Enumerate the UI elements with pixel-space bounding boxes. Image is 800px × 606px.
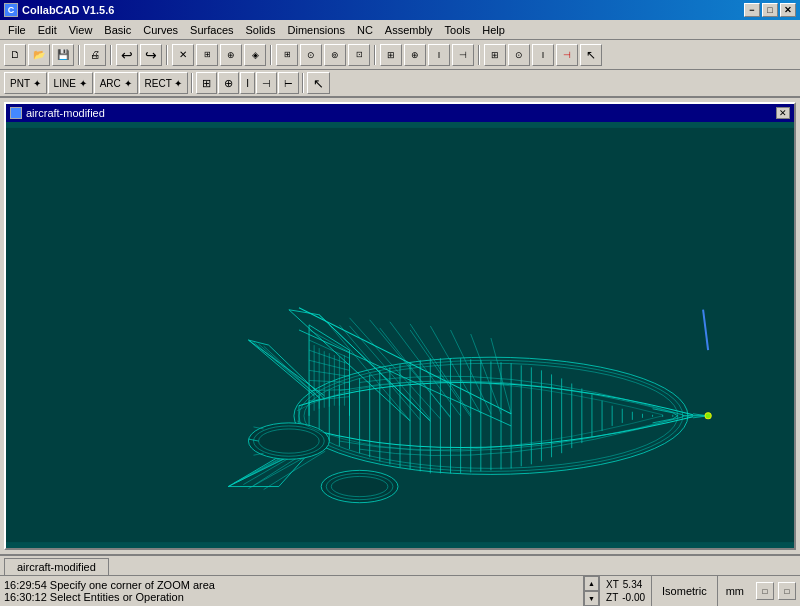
ref2-button[interactable]: ⊣ <box>256 72 277 94</box>
canvas-area[interactable] <box>6 122 794 548</box>
xt-value: 5.34 <box>623 578 642 591</box>
menu-item-help[interactable]: Help <box>476 22 511 38</box>
mdi-icon <box>10 107 22 119</box>
open-button[interactable]: 📂 <box>28 44 50 66</box>
toolbar-separator-2 <box>110 45 112 65</box>
tb-btn-2[interactable]: ⊕ <box>220 44 242 66</box>
menu-item-edit[interactable]: Edit <box>32 22 63 38</box>
status-bar: aircraft-modified 16:29:54 Specify one c… <box>0 554 800 606</box>
title-bar-left: C CollabCAD V1.5.6 <box>4 3 114 17</box>
tb-btn-4[interactable]: ⊞ <box>276 44 298 66</box>
wireframe-viewport <box>6 122 794 548</box>
status-btn-2[interactable]: □ <box>778 582 796 600</box>
pnt-button[interactable]: PNT ✦ <box>4 72 47 94</box>
menu-item-nc[interactable]: NC <box>351 22 379 38</box>
app-icon: C <box>4 3 18 17</box>
menu-item-assembly[interactable]: Assembly <box>379 22 439 38</box>
svg-point-87 <box>705 413 711 419</box>
scroll-down-button[interactable]: ▼ <box>584 591 599 606</box>
status-message-2: 16:30:12 Select Entities or Operation <box>4 591 579 603</box>
toolbar: 🗋 📂 💾 🖨 ↩ ↪ ✕ ⊞ ⊕ ◈ ⊞ ⊙ ⊚ ⊡ ⊞ ⊕ I ⊣ ⊞ ⊙ … <box>0 40 800 70</box>
print-button[interactable]: 🖨 <box>84 44 106 66</box>
arc-button[interactable]: ARC ✦ <box>94 72 138 94</box>
status-coords: XT 5.34 ZT -0.00 <box>600 576 652 606</box>
status-extra: □ □ <box>752 576 800 606</box>
toolbar-separator-4 <box>270 45 272 65</box>
mdi-close-button[interactable]: ✕ <box>776 107 790 119</box>
menu-item-curves[interactable]: Curves <box>137 22 184 38</box>
unit-display: mm <box>718 576 752 606</box>
tb-btn-15[interactable]: ⊣ <box>556 44 578 66</box>
cursor-button[interactable]: ↖ <box>580 44 602 66</box>
ref3-button[interactable]: ⊢ <box>278 72 299 94</box>
menu-item-basic[interactable]: Basic <box>98 22 137 38</box>
tb-btn-8[interactable]: ⊞ <box>380 44 402 66</box>
tb-btn-11[interactable]: ⊣ <box>452 44 474 66</box>
tb-btn-5[interactable]: ⊙ <box>300 44 322 66</box>
status-tab-row: aircraft-modified <box>0 556 800 575</box>
tb-btn-6[interactable]: ⊚ <box>324 44 346 66</box>
grid-button[interactable]: ⊞ <box>196 72 217 94</box>
view-mode-display: Isometric <box>652 576 718 606</box>
coord-display: XT 5.34 ZT -0.00 <box>606 578 645 604</box>
main-area: aircraft-modified ✕ <box>0 98 800 554</box>
maximize-button[interactable]: □ <box>762 3 778 17</box>
scroll-up-button[interactable]: ▲ <box>584 576 599 591</box>
mdi-window: aircraft-modified ✕ <box>4 102 796 550</box>
menu-item-view[interactable]: View <box>63 22 99 38</box>
menu-item-dimensions[interactable]: Dimensions <box>282 22 351 38</box>
toolbar2-sep-2 <box>302 73 304 93</box>
snap-button[interactable]: ⊕ <box>218 72 239 94</box>
tb-btn-1[interactable]: ⊞ <box>196 44 218 66</box>
delete-button[interactable]: ✕ <box>172 44 194 66</box>
close-button[interactable]: ✕ <box>780 3 796 17</box>
toolbar2-sep-1 <box>191 73 193 93</box>
line-button[interactable]: LINE ✦ <box>48 72 93 94</box>
toolbar-separator-3 <box>166 45 168 65</box>
save-button[interactable]: 💾 <box>52 44 74 66</box>
undo-button[interactable]: ↩ <box>116 44 138 66</box>
menu-bar: FileEditViewBasicCurvesSurfacesSolidsDim… <box>0 20 800 40</box>
mdi-title-bar: aircraft-modified ✕ <box>6 104 794 122</box>
status-scroll: ▲ ▼ <box>584 576 600 606</box>
view-mode-label: Isometric <box>662 585 707 597</box>
redo-button[interactable]: ↪ <box>140 44 162 66</box>
title-controls[interactable]: − □ ✕ <box>744 3 796 17</box>
tb-btn-9[interactable]: ⊕ <box>404 44 426 66</box>
tb-btn-10[interactable]: I <box>428 44 450 66</box>
toolbar2: PNT ✦ LINE ✦ ARC ✦ RECT ✦ ⊞ ⊕ I ⊣ ⊢ ↖ <box>0 70 800 98</box>
tb-btn-13[interactable]: ⊙ <box>508 44 530 66</box>
tb-btn-14[interactable]: I <box>532 44 554 66</box>
cursor2-button[interactable]: ↖ <box>307 72 330 94</box>
title-bar: C CollabCAD V1.5.6 − □ ✕ <box>0 0 800 20</box>
mdi-title-left: aircraft-modified <box>10 107 105 119</box>
status-message-1: 16:29:54 Specify one corner of ZOOM area <box>4 579 579 591</box>
rect-button[interactable]: RECT ✦ <box>139 72 189 94</box>
toolbar-separator-5 <box>374 45 376 65</box>
xt-label: XT <box>606 578 619 591</box>
status-tab[interactable]: aircraft-modified <box>4 558 109 575</box>
status-info-row: 16:29:54 Specify one corner of ZOOM area… <box>0 575 800 606</box>
menu-item-solids[interactable]: Solids <box>240 22 282 38</box>
new-button[interactable]: 🗋 <box>4 44 26 66</box>
menu-item-tools[interactable]: Tools <box>439 22 477 38</box>
status-messages: 16:29:54 Specify one corner of ZOOM area… <box>0 576 584 606</box>
toolbar-separator-6 <box>478 45 480 65</box>
mdi-title-text: aircraft-modified <box>26 107 105 119</box>
ref1-button[interactable]: I <box>240 72 255 94</box>
toolbar-separator-1 <box>78 45 80 65</box>
tb-btn-12[interactable]: ⊞ <box>484 44 506 66</box>
zt-label: ZT <box>606 591 618 604</box>
svg-point-78 <box>321 470 398 502</box>
tb-btn-3[interactable]: ◈ <box>244 44 266 66</box>
tb-btn-7[interactable]: ⊡ <box>348 44 370 66</box>
status-btn-1[interactable]: □ <box>756 582 774 600</box>
zt-value: -0.00 <box>622 591 645 604</box>
unit-label: mm <box>726 585 744 597</box>
app-title: CollabCAD V1.5.6 <box>22 4 114 16</box>
menu-item-surfaces[interactable]: Surfaces <box>184 22 239 38</box>
minimize-button[interactable]: − <box>744 3 760 17</box>
menu-item-file[interactable]: File <box>2 22 32 38</box>
